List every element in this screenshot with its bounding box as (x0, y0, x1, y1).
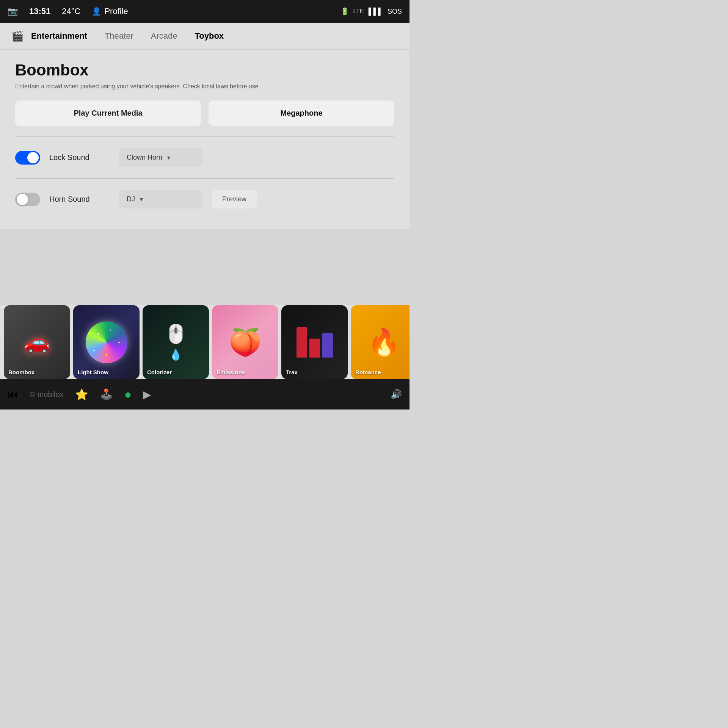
tab-entertainment-label: Entertainment (28, 30, 90, 42)
profile-label: Profile (104, 6, 128, 16)
lte-label: LTE (353, 8, 364, 15)
tile-colorizer-label: Colorizer (147, 369, 172, 375)
nav-tabs: 🎬 Entertainment Theater Arcade Toybox (0, 23, 410, 50)
emissions-icon: 🍑 (229, 327, 262, 358)
lock-sound-dropdown[interactable]: Clown Horn ▼ (119, 148, 202, 167)
tab-theater[interactable]: Theater (102, 30, 136, 42)
temperature: 24°C (62, 6, 80, 16)
battery-icon: 🔋 (340, 7, 349, 16)
preview-button[interactable]: Preview (212, 190, 257, 209)
main-content: Boombox Entertain a crowd when parked us… (0, 50, 410, 229)
megaphone-button[interactable]: Megaphone (209, 100, 394, 126)
spotify-icon[interactable]: ● (124, 388, 132, 402)
tile-romance[interactable]: 🔥 Romance (351, 305, 410, 379)
tile-colorizer-bg: 🖱️ 💧 (143, 305, 209, 379)
section-description: Entertain a crowd when parked using your… (15, 83, 394, 90)
camera-icon: 📷 (8, 6, 18, 16)
lock-sound-label: Lock Sound (49, 153, 110, 162)
car-icon: 🚗 (24, 330, 50, 355)
tab-toybox[interactable]: Toybox (191, 30, 227, 42)
horn-toggle-knob (17, 194, 28, 205)
tile-trax[interactable]: Trax (281, 305, 348, 379)
horn-sound-label: Horn Sound (49, 195, 110, 204)
page-title: Boombox (15, 61, 394, 79)
tile-lightshow[interactable]: Light Show (73, 305, 140, 379)
branding: © mobilox (30, 390, 64, 399)
horn-chevron-down-icon: ▼ (139, 196, 144, 202)
clock: 13:51 (29, 6, 50, 16)
action-buttons: Play Current Media Megaphone (15, 100, 394, 126)
tile-emissions-bg: 🍑 (212, 305, 278, 379)
trax-bars (297, 327, 333, 358)
status-right: 🔋 LTE ▌▌▌ SOS (340, 7, 402, 16)
tile-trax-bg (281, 305, 348, 379)
horn-sound-dropdown[interactable]: DJ ▼ (119, 190, 202, 209)
disco-ball-icon (86, 322, 127, 363)
droplet-icon: 💧 (169, 348, 182, 361)
tab-entertainment[interactable]: 🎬 Entertainment (11, 30, 90, 42)
fire-icon: 🔥 (367, 327, 400, 358)
star-icon[interactable]: ⭐ (75, 388, 88, 401)
play-current-media-button[interactable]: Play Current Media (15, 100, 201, 126)
branding-text: mobilox (38, 390, 64, 399)
volume-icon[interactable]: 🔊 (391, 389, 402, 400)
play-back-icon[interactable]: ⏮ (8, 388, 18, 401)
tile-colorizer[interactable]: 🖱️ 💧 Colorizer (143, 305, 209, 379)
divider-2 (15, 178, 394, 179)
media-play-icon[interactable]: ▶ (143, 388, 151, 401)
entertainment-icon: 🎬 (11, 30, 24, 42)
profile-section[interactable]: 👤 Profile (92, 6, 128, 16)
taskbar: ⏮ © mobilox ⭐ 🕹️ ● ▶ 🔊 (0, 379, 410, 410)
chevron-down-icon: ▼ (166, 155, 171, 161)
game-icon[interactable]: 🕹️ (100, 388, 113, 401)
lock-sound-toggle[interactable] (15, 151, 40, 165)
tile-boombox-label: Boombox (8, 369, 35, 375)
horn-sound-row: Horn Sound DJ ▼ Preview (15, 186, 394, 212)
branding-circle: © (30, 390, 35, 399)
horn-sound-toggle[interactable] (15, 193, 40, 206)
status-bar: 📷 13:51 24°C 👤 Profile 🔋 LTE ▌▌▌ SOS (0, 0, 410, 23)
horn-sound-dropdown-value: DJ (127, 195, 135, 203)
tile-emissions-label: Emissions (217, 369, 245, 375)
colorizer-content: 🖱️ 💧 (165, 323, 187, 361)
tile-trax-label: Trax (286, 369, 298, 375)
tiles-container: 🚗 Boombox Light Show 🖱️ 💧 Colorizer 🍑 Em… (0, 305, 410, 379)
tile-emissions[interactable]: 🍑 Emissions (212, 305, 278, 379)
tile-boombox-bg: 🚗 (4, 305, 70, 379)
profile-icon: 👤 (92, 7, 101, 16)
tile-boombox[interactable]: 🚗 Boombox (4, 305, 70, 379)
signal-bars: ▌▌▌ (369, 8, 383, 16)
tile-romance-bg: 🔥 (351, 305, 410, 379)
lock-sound-dropdown-value: Clown Horn (127, 154, 162, 162)
tile-lightshow-label: Light Show (78, 369, 108, 375)
divider-1 (15, 136, 394, 137)
lock-sound-row: Lock Sound Clown Horn ▼ (15, 144, 394, 171)
tile-romance-label: Romance (355, 369, 381, 375)
tab-arcade[interactable]: Arcade (148, 30, 180, 42)
sos-label: SOS (388, 8, 402, 16)
tile-lightshow-bg (73, 305, 140, 379)
mouse-icon: 🖱️ (165, 323, 187, 345)
right-icons: 🔊 (391, 389, 402, 400)
toggle-knob (27, 152, 39, 163)
